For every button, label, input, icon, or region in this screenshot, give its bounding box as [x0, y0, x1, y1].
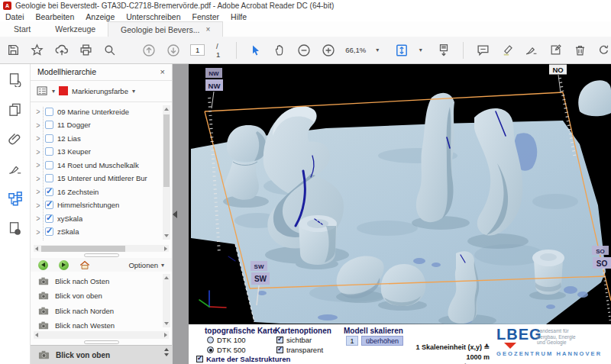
- page-thumbnails-icon[interactable]: [7, 101, 24, 118]
- tree-options-icon[interactable]: [37, 86, 48, 96]
- panel-splitter[interactable]: [31, 252, 172, 258]
- expand-chevron-icon[interactable]: >: [35, 187, 41, 197]
- page-display-caret-icon[interactable]: ▾: [419, 47, 422, 53]
- home-view-icon[interactable]: [79, 260, 90, 270]
- transparent-checkbox-row[interactable]: transparent: [276, 346, 323, 354]
- view-spinner[interactable]: [164, 348, 169, 356]
- tree-horizontal-scrollbar[interactable]: [34, 245, 169, 253]
- visible-checkbox-row[interactable]: sichtbar: [276, 336, 312, 344]
- tab-document[interactable]: Geologie bei Bevers... ×: [108, 21, 223, 37]
- model-tree-icon[interactable]: [7, 190, 24, 207]
- save-icon[interactable]: [6, 43, 21, 58]
- menu-bearbeiten[interactable]: Bearbeiten: [36, 12, 75, 21]
- scroll-mode-icon[interactable]: [437, 43, 451, 58]
- tree-item[interactable]: >15 Unterer und Mittlerer Bur: [35, 172, 172, 185]
- zoom-out-icon[interactable]: [297, 43, 312, 58]
- tree-item[interactable]: >Himmelsrichtungen: [35, 198, 172, 212]
- current-view-selector[interactable]: Blick von oben: [31, 345, 172, 364]
- expand-chevron-icon[interactable]: >: [35, 200, 41, 210]
- radio-dtk100[interactable]: DTK 100: [207, 336, 246, 344]
- tree-item[interactable]: >11 Dogger: [35, 118, 172, 132]
- zoom-in-icon[interactable]: [322, 43, 336, 58]
- page-display-icon[interactable]: [395, 43, 409, 58]
- menu-fenster[interactable]: Fenster: [192, 12, 219, 21]
- visibility-checkbox[interactable]: [45, 188, 53, 196]
- previous-view-icon[interactable]: [38, 260, 48, 270]
- highlighter-icon[interactable]: [500, 43, 515, 58]
- export-pdf-icon[interactable]: [7, 71, 24, 88]
- expand-chevron-icon[interactable]: >: [35, 173, 41, 183]
- radio-dtk500-icon[interactable]: [207, 346, 214, 353]
- tab-werkzeuge[interactable]: Werkzeuge: [43, 21, 108, 37]
- salt-structures-checkbox[interactable]: [196, 356, 203, 362]
- zoom-level[interactable]: 66,1%: [345, 46, 366, 54]
- rotate-icon[interactable]: [596, 43, 611, 58]
- zoom-caret-icon[interactable]: ▾: [376, 47, 379, 53]
- view-item[interactable]: Blick nach Norden: [38, 303, 172, 318]
- visibility-checkbox[interactable]: [45, 214, 53, 223]
- visible-checkbox[interactable]: [276, 337, 283, 343]
- menu-datei[interactable]: Datei: [5, 12, 24, 21]
- search-icon[interactable]: [102, 43, 117, 58]
- hand-tool-icon[interactable]: [273, 43, 287, 58]
- tree-item[interactable]: >09 Marine Unterkreide: [35, 105, 172, 119]
- panel-close-icon[interactable]: ×: [160, 67, 165, 76]
- visibility-checkbox[interactable]: [45, 108, 53, 116]
- visibility-checkbox[interactable]: [45, 174, 53, 182]
- expand-chevron-icon[interactable]: >: [35, 107, 41, 117]
- marker-color-swatch[interactable]: [59, 86, 68, 95]
- stamp-edit-icon[interactable]: [548, 43, 563, 58]
- exaggerate-button[interactable]: überhöhen: [361, 336, 403, 346]
- tab-start[interactable]: Start: [2, 21, 43, 37]
- expand-chevron-icon[interactable]: >: [35, 120, 41, 130]
- radio-dtk500[interactable]: DTK 500: [207, 346, 246, 354]
- menu-hilfe[interactable]: Hilfe: [231, 12, 247, 21]
- expand-chevron-icon[interactable]: >: [35, 134, 41, 143]
- tree-item[interactable]: >16 Zechstein: [35, 185, 172, 199]
- visibility-checkbox[interactable]: [45, 161, 53, 169]
- tree-options-caret-icon[interactable]: ▾: [52, 88, 55, 95]
- attachments-icon[interactable]: [7, 130, 24, 147]
- visibility-checkbox[interactable]: [45, 121, 53, 129]
- salt-structures-checkbox-row[interactable]: Karte der Salzstrukturen: [196, 355, 290, 363]
- expand-chevron-icon[interactable]: >: [35, 227, 41, 237]
- 3d-canvas[interactable]: NW NW NO SW SW SO SO: [189, 64, 611, 324]
- views-horizontal-scrollbar[interactable]: [34, 331, 169, 339]
- tree-item[interactable]: >13 Keuper: [35, 145, 172, 159]
- scale-factor-input[interactable]: 1: [346, 336, 358, 346]
- visibility-checkbox[interactable]: [45, 134, 53, 143]
- standards-info-icon[interactable]: i: [7, 220, 24, 237]
- views-options[interactable]: Optionen▾: [128, 261, 164, 269]
- cloud-upload-icon[interactable]: [54, 43, 69, 58]
- menu-unterschreiben[interactable]: Unterschreiben: [126, 12, 180, 21]
- tree-item[interactable]: >12 Lias: [35, 132, 172, 146]
- visibility-checkbox[interactable]: [45, 201, 53, 209]
- select-cursor-icon[interactable]: [249, 43, 263, 58]
- tree-vertical-scrollbar[interactable]: [163, 105, 170, 240]
- previous-page-icon[interactable]: [142, 43, 157, 58]
- fill-sign-icon[interactable]: [525, 43, 539, 58]
- expand-chevron-icon[interactable]: >: [35, 214, 41, 224]
- print-icon[interactable]: [79, 43, 93, 58]
- delete-icon[interactable]: [573, 43, 587, 58]
- signatures-icon[interactable]: [7, 160, 24, 177]
- tree-item[interactable]: >zSkala: [35, 225, 172, 239]
- views-splitter[interactable]: [31, 339, 172, 345]
- menu-anzeige[interactable]: Anzeige: [86, 12, 115, 21]
- radio-dtk100-icon[interactable]: [207, 337, 214, 343]
- tree-item[interactable]: >14 Roet und Muschelkalk: [35, 159, 172, 172]
- marker-color-label[interactable]: Markierungsfarbe: [72, 87, 128, 95]
- views-vertical-scrollbar[interactable]: [163, 274, 170, 327]
- page-number-input[interactable]: 1: [190, 44, 205, 56]
- transparent-checkbox[interactable]: [276, 346, 283, 353]
- expand-chevron-icon[interactable]: >: [35, 160, 41, 170]
- visibility-checkbox[interactable]: [45, 227, 53, 236]
- visibility-checkbox[interactable]: [45, 147, 53, 156]
- next-page-icon[interactable]: [166, 43, 181, 58]
- comment-icon[interactable]: [476, 43, 490, 58]
- panel-collapse-icon[interactable]: [173, 211, 177, 218]
- expand-chevron-icon[interactable]: >: [35, 147, 41, 156]
- tab-close-icon[interactable]: ×: [205, 25, 210, 34]
- star-icon[interactable]: [31, 43, 45, 58]
- marker-color-caret-icon[interactable]: ▾: [132, 88, 135, 95]
